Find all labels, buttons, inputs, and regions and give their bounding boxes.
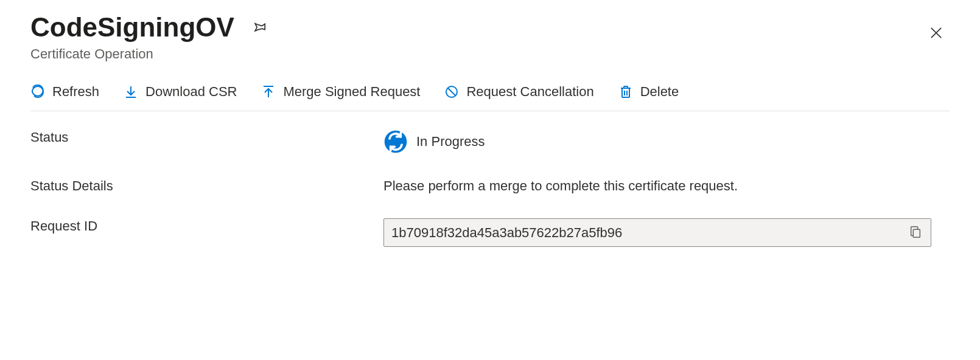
delete-icon — [618, 85, 633, 99]
close-icon — [928, 34, 945, 43]
request-cancellation-label: Request Cancellation — [466, 84, 593, 100]
request-id-value: 1b70918f32da45a3ab57622b27a5fb96 — [391, 225, 622, 241]
svg-rect-11 — [913, 229, 920, 237]
request-id-row: Request ID 1b70918f32da45a3ab57622b27a5f… — [30, 218, 950, 247]
download-csr-label: Download CSR — [145, 84, 237, 100]
title-row: CodeSigningOV — [30, 12, 270, 43]
status-details-row: Status Details Please perform a merge to… — [30, 178, 950, 194]
status-label: Status — [30, 130, 383, 145]
delete-label: Delete — [640, 84, 679, 100]
status-details-value: Please perform a merge to complete this … — [383, 178, 950, 194]
request-id-value-container: 1b70918f32da45a3ab57622b27a5fb96 — [383, 218, 950, 247]
svg-line-7 — [448, 88, 455, 95]
download-csr-button[interactable]: Download CSR — [124, 84, 237, 100]
copy-request-id-button[interactable] — [908, 224, 923, 241]
merge-signed-request-button[interactable]: Merge Signed Request — [261, 84, 420, 100]
request-id-label: Request ID — [30, 218, 383, 234]
download-icon — [124, 85, 138, 99]
refresh-label: Refresh — [52, 84, 99, 100]
status-value: In Progress — [416, 134, 485, 150]
delete-button[interactable]: Delete — [618, 84, 679, 100]
merge-signed-label: Merge Signed Request — [283, 84, 420, 100]
in-progress-icon — [383, 130, 408, 154]
status-row: Status In Progress — [30, 130, 950, 154]
cancel-icon — [444, 85, 459, 99]
refresh-button[interactable]: Refresh — [30, 84, 99, 100]
refresh-icon — [30, 85, 45, 99]
request-cancellation-button[interactable]: Request Cancellation — [444, 84, 593, 100]
copy-icon — [909, 231, 922, 240]
pin-icon — [251, 27, 267, 36]
page-subtitle: Certificate Operation — [30, 46, 270, 62]
details-section: Status In Progress Status Details Please… — [30, 130, 950, 247]
page-header: CodeSigningOV Certificate Operation — [30, 12, 950, 62]
status-value-container: In Progress — [383, 130, 950, 154]
request-id-field: 1b70918f32da45a3ab57622b27a5fb96 — [383, 218, 931, 247]
close-button[interactable] — [923, 19, 950, 48]
upload-icon — [261, 85, 276, 99]
page-title: CodeSigningOV — [30, 12, 234, 43]
pin-button[interactable] — [249, 16, 270, 39]
title-block: CodeSigningOV Certificate Operation — [30, 12, 270, 62]
status-details-label: Status Details — [30, 178, 383, 194]
command-bar: Refresh Download CSR Merge Signed Reques… — [30, 84, 950, 111]
